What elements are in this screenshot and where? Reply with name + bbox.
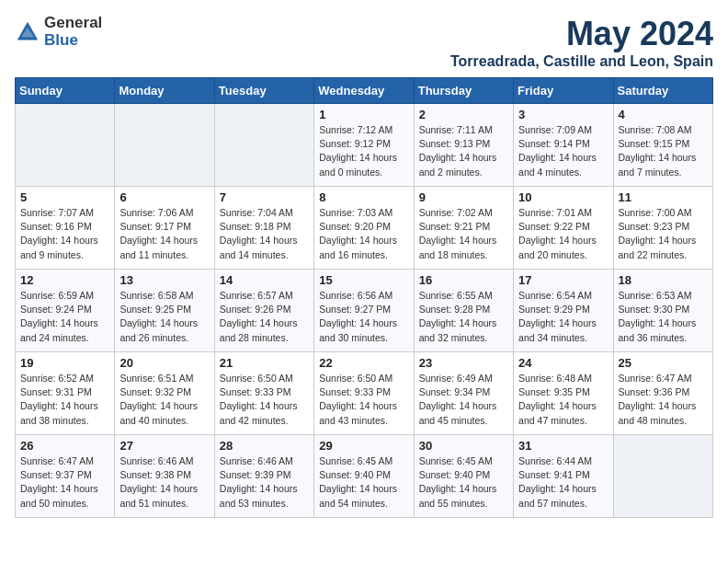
day-of-week-header: Sunday: [16, 78, 115, 104]
daylight-text: Daylight: 14 hours and 55 minutes.: [419, 483, 497, 508]
cell-info: Sunrise: 6:50 AM Sunset: 9:33 PM Dayligh…: [220, 372, 309, 428]
calendar-cell: 3 Sunrise: 7:09 AM Sunset: 9:14 PM Dayli…: [514, 104, 613, 187]
calendar-cell: 12 Sunrise: 6:59 AM Sunset: 9:24 PM Dayl…: [16, 270, 115, 352]
day-number: 22: [319, 356, 408, 370]
day-number: 31: [518, 439, 608, 453]
cell-info: Sunrise: 6:47 AM Sunset: 9:37 PM Dayligh…: [20, 454, 109, 511]
calendar-cell: 23 Sunrise: 6:49 AM Sunset: 9:34 PM Dayl…: [414, 352, 513, 435]
page-header: General Blue May 2024 Torreadrada, Casti…: [15, 15, 713, 70]
sunrise-text: Sunrise: 6:47 AM: [619, 373, 692, 384]
sunset-text: Sunset: 9:24 PM: [20, 304, 92, 315]
sunrise-text: Sunrise: 6:57 AM: [220, 290, 293, 301]
cell-info: Sunrise: 7:00 AM Sunset: 9:23 PM Dayligh…: [619, 206, 708, 262]
day-of-week-header: Saturday: [613, 78, 712, 104]
sunset-text: Sunset: 9:23 PM: [619, 221, 690, 232]
sunrise-text: Sunrise: 7:03 AM: [319, 207, 392, 218]
day-number: 30: [419, 439, 508, 453]
cell-info: Sunrise: 6:45 AM Sunset: 9:40 PM Dayligh…: [419, 454, 508, 511]
daylight-text: Daylight: 14 hours and 2 minutes.: [419, 152, 497, 177]
day-number: 24: [518, 356, 608, 370]
cell-info: Sunrise: 7:06 AM Sunset: 9:17 PM Dayligh…: [119, 206, 209, 262]
calendar-cell: [214, 104, 313, 187]
sunset-text: Sunset: 9:15 PM: [619, 138, 690, 149]
sunrise-text: Sunrise: 6:46 AM: [220, 455, 293, 466]
sunrise-text: Sunrise: 6:45 AM: [419, 455, 493, 466]
calendar-cell: [613, 435, 712, 518]
daylight-text: Daylight: 14 hours and 9 minutes.: [20, 235, 98, 259]
cell-info: Sunrise: 7:04 AM Sunset: 9:18 PM Dayligh…: [220, 206, 309, 262]
daylight-text: Daylight: 14 hours and 38 minutes.: [20, 400, 98, 425]
daylight-text: Daylight: 14 hours and 18 minutes.: [419, 235, 497, 259]
day-number: 10: [518, 190, 608, 204]
sunrise-text: Sunrise: 7:00 AM: [619, 207, 692, 218]
sunrise-text: Sunrise: 6:58 AM: [119, 290, 193, 301]
sunset-text: Sunset: 9:36 PM: [619, 386, 690, 397]
calendar-cell: 31 Sunrise: 6:44 AM Sunset: 9:41 PM Dayl…: [514, 435, 613, 518]
day-number: 21: [220, 356, 309, 370]
sunset-text: Sunset: 9:40 PM: [319, 469, 391, 480]
day-number: 1: [319, 108, 408, 121]
cell-info: Sunrise: 7:12 AM Sunset: 9:12 PM Dayligh…: [319, 123, 408, 179]
calendar-cell: 2 Sunrise: 7:11 AM Sunset: 9:13 PM Dayli…: [414, 104, 513, 187]
day-number: 3: [518, 108, 608, 121]
location-subtitle: Torreadrada, Castille and Leon, Spain: [450, 53, 713, 70]
daylight-text: Daylight: 14 hours and 48 minutes.: [619, 400, 697, 425]
sunset-text: Sunset: 9:27 PM: [319, 304, 391, 315]
cell-info: Sunrise: 6:46 AM Sunset: 9:38 PM Dayligh…: [119, 454, 209, 511]
logo-blue-text: Blue: [44, 31, 78, 49]
daylight-text: Daylight: 14 hours and 28 minutes.: [220, 317, 298, 342]
cell-info: Sunrise: 6:45 AM Sunset: 9:40 PM Dayligh…: [319, 454, 408, 511]
sunrise-text: Sunrise: 7:04 AM: [220, 207, 293, 218]
calendar-cell: 18 Sunrise: 6:53 AM Sunset: 9:30 PM Dayl…: [613, 270, 712, 352]
day-number: 20: [119, 356, 209, 370]
calendar-cell: 29 Sunrise: 6:45 AM Sunset: 9:40 PM Dayl…: [314, 435, 414, 518]
logo-icon: [15, 19, 40, 45]
day-number: 6: [119, 190, 209, 204]
sunrise-text: Sunrise: 6:47 AM: [20, 455, 94, 466]
sunrise-text: Sunrise: 7:02 AM: [419, 207, 493, 218]
day-number: 28: [220, 439, 309, 453]
cell-info: Sunrise: 6:49 AM Sunset: 9:34 PM Dayligh…: [419, 372, 508, 428]
sunrise-text: Sunrise: 6:59 AM: [20, 290, 94, 301]
calendar-week-row: 5 Sunrise: 7:07 AM Sunset: 9:16 PM Dayli…: [16, 187, 713, 270]
month-year-title: May 2024: [450, 15, 713, 53]
calendar-cell: 9 Sunrise: 7:02 AM Sunset: 9:21 PM Dayli…: [414, 187, 513, 270]
calendar-cell: 27 Sunrise: 6:46 AM Sunset: 9:38 PM Dayl…: [115, 435, 214, 518]
sunrise-text: Sunrise: 6:52 AM: [20, 373, 94, 384]
sunset-text: Sunset: 9:39 PM: [220, 469, 291, 480]
daylight-text: Daylight: 14 hours and 30 minutes.: [319, 317, 397, 342]
sunrise-text: Sunrise: 6:53 AM: [619, 290, 692, 301]
sunset-text: Sunset: 9:37 PM: [20, 469, 92, 480]
calendar-cell: 25 Sunrise: 6:47 AM Sunset: 9:36 PM Dayl…: [613, 352, 712, 435]
title-block: May 2024 Torreadrada, Castille and Leon,…: [450, 15, 713, 70]
cell-info: Sunrise: 6:54 AM Sunset: 9:29 PM Dayligh…: [518, 289, 608, 345]
calendar-cell: 14 Sunrise: 6:57 AM Sunset: 9:26 PM Dayl…: [214, 270, 313, 352]
daylight-text: Daylight: 14 hours and 20 minutes.: [518, 235, 597, 259]
sunrise-text: Sunrise: 6:50 AM: [220, 373, 293, 384]
logo-general-text: General: [44, 14, 102, 31]
day-of-week-header: Wednesday: [314, 78, 414, 104]
cell-info: Sunrise: 6:47 AM Sunset: 9:36 PM Dayligh…: [619, 372, 708, 428]
sunset-text: Sunset: 9:31 PM: [20, 386, 92, 397]
day-number: 14: [220, 273, 309, 287]
cell-info: Sunrise: 7:01 AM Sunset: 9:22 PM Dayligh…: [518, 206, 608, 262]
day-number: 9: [419, 190, 508, 204]
daylight-text: Daylight: 14 hours and 26 minutes.: [119, 317, 198, 342]
calendar-cell: [115, 104, 214, 187]
cell-info: Sunrise: 6:53 AM Sunset: 9:30 PM Dayligh…: [619, 289, 708, 345]
sunset-text: Sunset: 9:33 PM: [319, 386, 391, 397]
daylight-text: Daylight: 14 hours and 40 minutes.: [119, 400, 198, 425]
sunrise-text: Sunrise: 6:48 AM: [518, 373, 592, 384]
cell-info: Sunrise: 6:52 AM Sunset: 9:31 PM Dayligh…: [20, 372, 109, 428]
sunrise-text: Sunrise: 7:09 AM: [518, 124, 592, 135]
cell-info: Sunrise: 7:07 AM Sunset: 9:16 PM Dayligh…: [20, 206, 109, 262]
calendar-cell: 20 Sunrise: 6:51 AM Sunset: 9:32 PM Dayl…: [115, 352, 214, 435]
day-of-week-header: Monday: [115, 78, 214, 104]
sunset-text: Sunset: 9:34 PM: [419, 386, 491, 397]
calendar-cell: 21 Sunrise: 6:50 AM Sunset: 9:33 PM Dayl…: [214, 352, 313, 435]
sunset-text: Sunset: 9:32 PM: [119, 386, 191, 397]
day-number: 15: [319, 273, 408, 287]
sunrise-text: Sunrise: 6:55 AM: [419, 290, 493, 301]
daylight-text: Daylight: 14 hours and 36 minutes.: [619, 317, 697, 342]
day-of-week-header: Friday: [514, 78, 613, 104]
